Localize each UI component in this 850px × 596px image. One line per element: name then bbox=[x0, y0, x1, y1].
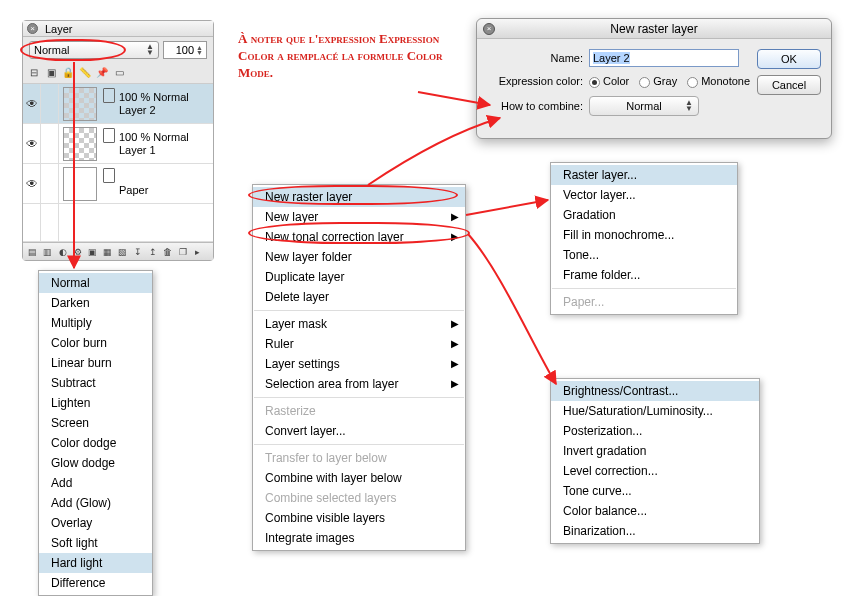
layer-label: 100 % Normal Layer 2 bbox=[119, 91, 189, 117]
blend-mode-item[interactable]: Normal bbox=[39, 273, 152, 293]
submenu-item[interactable]: Frame folder... bbox=[551, 265, 737, 285]
dialog-title-bar[interactable]: × New raster layer bbox=[477, 19, 831, 39]
menu-item[interactable]: Ruler▶ bbox=[253, 334, 465, 354]
pin-icon[interactable]: 📌 bbox=[95, 65, 109, 79]
layer-extra-col[interactable] bbox=[41, 84, 59, 123]
trash-icon[interactable]: 🗑 bbox=[161, 245, 174, 258]
submenu-item[interactable]: Paper... bbox=[551, 292, 737, 312]
opacity-field[interactable]: 100 ▲▼ bbox=[163, 41, 207, 59]
panel-footer: ▤ ▥ ◐ ⚙ ▣ ▦ ▧ ↧ ↥ 🗑 ❐ ▸ bbox=[23, 242, 213, 260]
submenu-item[interactable]: Binarization... bbox=[551, 521, 759, 541]
menu-item[interactable]: Combine with layer below bbox=[253, 468, 465, 488]
menu-item[interactable]: Selection area from layer▶ bbox=[253, 374, 465, 394]
radio-color[interactable]: Color bbox=[589, 75, 629, 88]
blend-mode-select[interactable]: Normal ▲▼ bbox=[29, 41, 159, 59]
blend-mode-item[interactable]: Add (Glow) bbox=[39, 493, 152, 513]
camera-icon[interactable]: ▧ bbox=[116, 245, 129, 258]
blend-mode-item[interactable]: Glow dodge bbox=[39, 453, 152, 473]
submenu-item[interactable]: Color balance... bbox=[551, 501, 759, 521]
fx-icon[interactable]: ⚙ bbox=[71, 245, 84, 258]
menu-item[interactable]: New raster layer bbox=[253, 187, 465, 207]
eye-icon[interactable]: 👁 bbox=[23, 124, 41, 163]
blend-mode-item[interactable]: Screen bbox=[39, 413, 152, 433]
layer-extra-col[interactable] bbox=[41, 164, 59, 203]
menu-item[interactable]: Delete layer bbox=[253, 287, 465, 307]
more-icon[interactable]: ▸ bbox=[191, 245, 204, 258]
submenu-item[interactable]: Level correction... bbox=[551, 461, 759, 481]
chevron-right-icon: ▶ bbox=[451, 358, 459, 369]
layer-context-menu: New raster layerNew layer▶New tonal corr… bbox=[252, 184, 466, 551]
new-raster-layer-dialog: × New raster layer Name: Layer 2 Express… bbox=[476, 18, 832, 139]
eye-icon[interactable]: 👁 bbox=[23, 84, 41, 123]
blend-mode-item[interactable]: Multiply bbox=[39, 313, 152, 333]
layer-row[interactable]: 👁 100 % Normal Layer 2 bbox=[23, 84, 213, 124]
blend-mode-item[interactable]: Add bbox=[39, 473, 152, 493]
menu-item[interactable]: New layer folder bbox=[253, 247, 465, 267]
submenu-item[interactable]: Posterization... bbox=[551, 421, 759, 441]
blend-mode-item[interactable]: Lighten bbox=[39, 393, 152, 413]
mask-icon[interactable]: ▣ bbox=[86, 245, 99, 258]
layer-extra-col[interactable] bbox=[41, 124, 59, 163]
ruler2-icon[interactable]: ▦ bbox=[101, 245, 114, 258]
submenu-item[interactable]: Tone curve... bbox=[551, 481, 759, 501]
ruler-icon[interactable]: 📏 bbox=[78, 65, 92, 79]
blend-mode-item[interactable]: Linear burn bbox=[39, 353, 152, 373]
name-field[interactable]: Layer 2 bbox=[589, 49, 739, 67]
adj-icon[interactable]: ◐ bbox=[56, 245, 69, 258]
new-folder-icon[interactable]: ▥ bbox=[41, 245, 54, 258]
menu-item[interactable]: Duplicate layer bbox=[253, 267, 465, 287]
submenu-item[interactable]: Vector layer... bbox=[551, 185, 737, 205]
blend-mode-item[interactable]: Overlay bbox=[39, 513, 152, 533]
close-icon[interactable]: × bbox=[483, 23, 495, 35]
ok-button[interactable]: OK bbox=[757, 49, 821, 69]
stepper-icon[interactable]: ▲▼ bbox=[196, 45, 203, 55]
blend-mode-item[interactable]: Darken bbox=[39, 293, 152, 313]
layer-thumbnail[interactable] bbox=[63, 87, 97, 121]
submenu-item[interactable]: Hue/Saturation/Luminosity... bbox=[551, 401, 759, 421]
menu-item[interactable]: New layer▶ bbox=[253, 207, 465, 227]
radio-gray[interactable]: Gray bbox=[639, 75, 677, 88]
bucket-icon[interactable]: ▣ bbox=[44, 65, 58, 79]
submenu-item[interactable]: Gradation bbox=[551, 205, 737, 225]
submenu-item[interactable]: Invert gradation bbox=[551, 441, 759, 461]
menu-item[interactable]: Layer settings▶ bbox=[253, 354, 465, 374]
menu-item[interactable]: Combine selected layers bbox=[253, 488, 465, 508]
lock-icon[interactable]: 🔒 bbox=[61, 65, 75, 79]
dup-icon[interactable]: ❐ bbox=[176, 245, 189, 258]
layer-thumbnail[interactable] bbox=[63, 127, 97, 161]
submenu-item[interactable]: Tone... bbox=[551, 245, 737, 265]
merge-icon[interactable]: ↥ bbox=[146, 245, 159, 258]
menu-item[interactable]: New tonal correction layer▶ bbox=[253, 227, 465, 247]
menu-item[interactable]: Convert layer... bbox=[253, 421, 465, 441]
menu-item[interactable]: Integrate images bbox=[253, 528, 465, 548]
layer-row[interactable]: 👁 100 % Normal Layer 1 bbox=[23, 124, 213, 164]
menu-item[interactable]: Transfer to layer below bbox=[253, 448, 465, 468]
submenu-item[interactable]: Raster layer... bbox=[551, 165, 737, 185]
clip-icon[interactable]: ⊟ bbox=[27, 65, 41, 79]
blend-mode-item[interactable]: Subtract bbox=[39, 373, 152, 393]
radio-monotone[interactable]: Monotone bbox=[687, 75, 750, 88]
annotation-note: À noter que l'expression Expression Colo… bbox=[238, 30, 458, 81]
layer-row[interactable]: 👁 Paper bbox=[23, 164, 213, 204]
eye-icon[interactable]: 👁 bbox=[23, 164, 41, 203]
page-icon[interactable]: ▭ bbox=[112, 65, 126, 79]
layer-thumbnail[interactable] bbox=[63, 167, 97, 201]
combine-select[interactable]: Normal ▲▼ bbox=[589, 96, 699, 116]
blend-mode-item[interactable]: Color dodge bbox=[39, 433, 152, 453]
menu-item[interactable]: Layer mask▶ bbox=[253, 314, 465, 334]
menu-item[interactable]: Rasterize bbox=[253, 401, 465, 421]
cancel-button[interactable]: Cancel bbox=[757, 75, 821, 95]
blend-mode-item[interactable]: Color burn bbox=[39, 333, 152, 353]
submenu-item[interactable]: Brightness/Contrast... bbox=[551, 381, 759, 401]
blend-mode-item[interactable]: Hard light bbox=[39, 553, 152, 573]
blend-mode-item[interactable]: Soft light bbox=[39, 533, 152, 553]
submenu-item[interactable]: Fill in monochrome... bbox=[551, 225, 737, 245]
menu-item[interactable]: Combine visible layers bbox=[253, 508, 465, 528]
panel-title-bar[interactable]: × Layer bbox=[23, 21, 213, 37]
panel-title: Layer bbox=[45, 23, 73, 35]
transfer-icon[interactable]: ↧ bbox=[131, 245, 144, 258]
close-icon[interactable]: × bbox=[27, 23, 38, 34]
blend-mode-item[interactable]: Difference bbox=[39, 573, 152, 593]
page-icon bbox=[103, 168, 115, 183]
new-layer-icon[interactable]: ▤ bbox=[26, 245, 39, 258]
